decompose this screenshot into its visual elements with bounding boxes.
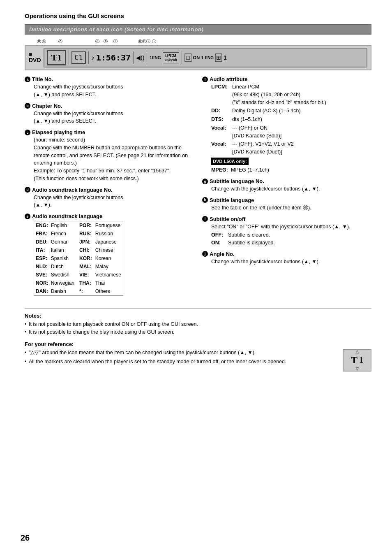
table-row: NOR: Norwegian THA: Thai	[34, 279, 123, 287]
main-columns: a Title No. Change with the joystick/cur…	[25, 76, 371, 300]
table-row: DEU: German JPN: Japanese	[34, 238, 123, 246]
reference-section: For your reference: "△▽" around the icon…	[25, 341, 371, 372]
angle-icon: ⊞	[215, 53, 222, 62]
lang-name: English	[50, 221, 78, 230]
left-column: a Title No. Change with the joystick/cur…	[25, 76, 194, 300]
title-no-body: Change with the joystick/cursor buttons …	[25, 83, 194, 99]
lang-code: ESP:	[34, 254, 50, 262]
item-angle-no: j Angle No. Change with the joystick/cur…	[202, 251, 371, 266]
lang-code: KOR:	[78, 254, 94, 262]
note-item-2: It is not possible to change the play mo…	[25, 328, 371, 336]
banner-bar: Detailed descriptions of each icon (Scre…	[25, 24, 371, 35]
table-row: DAN: Danish *: Others	[34, 287, 123, 296]
lang-code: CHI:	[78, 246, 94, 254]
mpeg-line: MPEG: MPEG (1–7.1ch)	[211, 166, 371, 174]
dd-value: Dolby Digital (AC-3) (1–5.1ch)	[232, 107, 301, 115]
subtitle-onoff-body: Select "ON" or "OFF" with the joystick/c…	[202, 223, 371, 247]
lang-code: FRA:	[34, 230, 50, 238]
lang-code: ENG:	[34, 221, 50, 230]
notes-title: Notes:	[25, 313, 371, 319]
elapsed-time-label: Elapsed playing time	[32, 129, 85, 135]
lang-code: *:	[78, 287, 94, 296]
marker-c: c	[25, 130, 30, 135]
ref-icon-box: △ T 1 ▽	[343, 349, 371, 372]
label-g: ⓖⓗⓘ	[138, 39, 150, 44]
lang-code: VIE:	[78, 271, 94, 279]
subtitle-lang-no-label: Subtitle language No.	[210, 178, 264, 184]
vocal2-value: --- (OFF), V1+V2, V1 or V2[DVD Karaoke (…	[232, 140, 294, 156]
dts-key: DTS:	[211, 116, 230, 123]
item-chapter-no: b Chapter No. Change with the joystick/c…	[25, 103, 194, 125]
ref-icon-letter: T	[351, 355, 357, 366]
lang-display: 1ENG	[150, 56, 161, 60]
dts-value: dts (1–5.1ch)	[232, 116, 262, 123]
table-row: ESP: Spanish KOR: Korean	[34, 254, 123, 262]
angle-no-body: Change with the joystick/cursor buttons …	[202, 258, 371, 266]
vocal2-key: Vocal:	[211, 140, 230, 156]
vocal1-value: --- (OFF) or ON[DVD Karaoke (Solo)]	[232, 124, 281, 140]
off-key: OFF:	[211, 231, 226, 239]
time-display: 1:56:37	[96, 53, 131, 63]
sound-icon: ◀))	[136, 54, 144, 61]
sep4	[147, 51, 147, 64]
music-icon: ♪	[91, 54, 95, 61]
item-elapsed-time: c Elapsed playing time (hour: minute: se…	[25, 129, 194, 183]
lang-name: Italian	[50, 246, 78, 254]
lang-name: Chinese	[94, 246, 123, 254]
section-heading: Operations using the GUI screens	[25, 12, 371, 19]
ref-item-1: "△▽" around the icon means that the item…	[25, 349, 339, 357]
title-no-label: Title No.	[32, 76, 53, 82]
ref-icon-triangle-up: △	[355, 349, 359, 354]
chapter-display: C1	[71, 51, 85, 64]
page-number: 26	[21, 533, 30, 543]
gui-display: ▣ DVD T1 C1 ♪ 1:56:37 ◀)) 1ENG	[25, 45, 371, 70]
item-audio-attr: f Audio attribute LPCM: Linear PCM (96k …	[202, 76, 371, 174]
audio-lang-table-wrapper: ENG: English POR: Portuguese FRA: French…	[25, 221, 194, 296]
lpcm-box: LPCM 96k24b	[163, 52, 180, 63]
on-value: Subtitle is displayed.	[228, 239, 275, 247]
audio-lang-no-body: Change with the joystick/cursor buttons …	[25, 194, 194, 209]
sep5	[182, 51, 182, 64]
marker-f: f	[202, 77, 208, 82]
marker-i: i	[202, 216, 208, 222]
sep1	[69, 51, 69, 64]
table-row: SVE: Swedish VIE: Vietnamese	[34, 271, 123, 279]
right-column: f Audio attribute LPCM: Linear PCM (96k …	[202, 76, 371, 300]
sep2	[88, 51, 89, 64]
lang-code: JPN:	[78, 238, 94, 246]
lang-name: Spanish	[50, 254, 78, 262]
subtitle-lang-no-body: Change with the joystick/cursor buttons …	[202, 185, 371, 193]
lang-code: NOR:	[34, 279, 50, 287]
table-row: FRA: French RUS: Russian	[34, 230, 123, 238]
marker-b: b	[25, 103, 30, 109]
lang-code: NLD:	[34, 262, 50, 271]
marker-e: e	[25, 214, 30, 219]
item-subtitle-lang-no: g Subtitle language No. Change with the …	[202, 178, 371, 193]
ref-text: "△▽" around the icon means that the item…	[25, 349, 339, 368]
lang-name: Norwegian	[50, 279, 78, 287]
item-title-no: a Title No. Change with the joystick/cur…	[25, 76, 194, 99]
lpcm-value: Linear PCM (96k or 48k) (16b, 20b or 24b…	[232, 83, 326, 106]
sep3	[133, 51, 134, 64]
lang-name: Swedish	[50, 271, 78, 279]
label-e: ⓔ	[104, 39, 108, 44]
elapsed-time-body: (hour: minute: second) Change with the N…	[25, 136, 194, 183]
marker-d: d	[25, 187, 30, 193]
on-key: ON:	[211, 239, 226, 247]
table-row: ENG: English POR: Portuguese	[34, 221, 123, 230]
dvd-label: ▣ DVD	[29, 52, 41, 63]
table-row: ITA: Italian CHI: Chinese	[34, 246, 123, 254]
label-a: ⓐ	[37, 39, 41, 44]
audio-lang-no-label: Audio soundtrack language No.	[32, 187, 113, 193]
lang-code: DAN:	[34, 287, 50, 296]
ref-title: For your reference:	[25, 341, 371, 347]
label-j: ⓙ	[152, 39, 156, 44]
lang-code: THA:	[78, 279, 94, 287]
lang-code: DEU:	[34, 238, 50, 246]
marker-g: g	[202, 179, 208, 184]
angle-no-label: Angle No.	[210, 251, 235, 257]
gui-display-wrapper: ⓐ ⓑ ⓒ ⓓ ⓔ ⓕ ⓖⓗⓘ ⓙ ▣ DVD T1 C1 ♪ 1:56:37	[25, 39, 371, 70]
dd-key: DD:	[211, 107, 230, 115]
label-d: ⓓ	[95, 39, 99, 44]
audio-attr-label: Audio attribute	[210, 76, 247, 82]
